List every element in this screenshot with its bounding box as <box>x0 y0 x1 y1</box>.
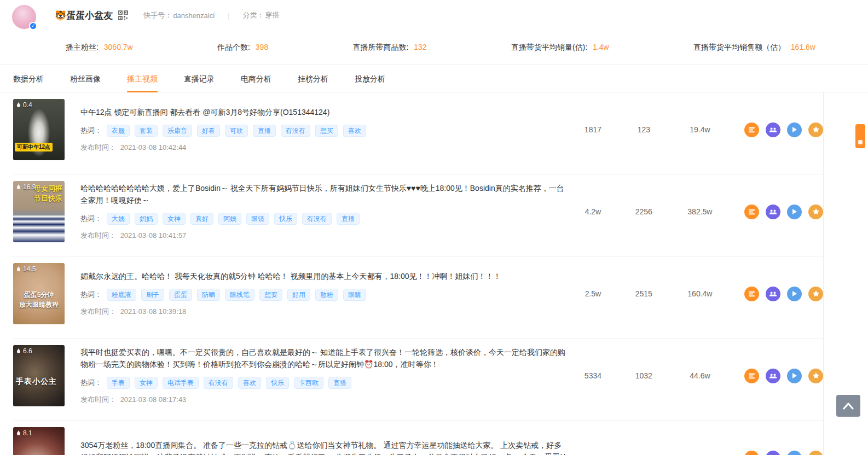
thumbnail-caption: 手表小公主 <box>16 377 57 387</box>
hotword-tag[interactable]: 乐康音 <box>163 125 192 137</box>
hotword-tag[interactable]: 卡西欧 <box>294 377 323 389</box>
play-video-button[interactable] <box>787 205 802 219</box>
hotword-tag[interactable]: 快乐 <box>274 213 297 225</box>
hotword-tag[interactable]: 想要 <box>259 289 282 301</box>
avatar[interactable]: ✓ <box>12 5 36 29</box>
tab-1[interactable]: 粉丝画像 <box>70 65 101 92</box>
hotword-tag[interactable]: 眼镜 <box>246 213 269 225</box>
play-video-button[interactable] <box>787 451 802 455</box>
tab-2[interactable]: 播主视频 <box>127 65 158 92</box>
favorite-button[interactable] <box>808 122 823 137</box>
tab-0[interactable]: 数据分析 <box>13 65 44 92</box>
video-thumbnail[interactable]: 6.6 手表小公主 <box>13 345 65 406</box>
data-detail-button[interactable] <box>744 369 759 383</box>
publish-time-row: 发布时间： 2021-03-08 10:41:57 <box>80 231 568 241</box>
fans-analysis-button[interactable] <box>766 205 780 219</box>
hotword-tag[interactable]: 直播 <box>337 213 360 225</box>
hotword-tag[interactable]: 喜欢 <box>343 125 366 137</box>
hotwords-row: 热词： 大姨妈妈女神真好阿姨眼镜快乐有没有直播 <box>80 213 568 225</box>
hotword-tag[interactable]: 想买 <box>315 125 338 137</box>
video-thumbnail[interactable]: 16.9 母女同框 节日快乐 <box>13 181 65 242</box>
favorite-button[interactable] <box>808 287 823 301</box>
hotword-tag[interactable]: 直播 <box>328 377 351 389</box>
publish-time-value: 2021-03-08 10:42:44 <box>120 143 187 151</box>
video-row: 8.1 3054万老粉丝，18:00直播间集合。 准备了一些一克拉的钻戒💍送给你… <box>13 421 823 455</box>
hotword-tag[interactable]: 有没有 <box>281 125 310 137</box>
hotword-tag[interactable]: 散粉 <box>315 289 338 301</box>
favorite-button[interactable] <box>808 451 823 455</box>
row-actions <box>744 369 823 383</box>
hotword-tag[interactable]: 防晒 <box>197 289 220 301</box>
stat-comments: 2515 <box>618 289 669 298</box>
hotword-tag[interactable]: 有没有 <box>302 213 332 225</box>
hotword-tag[interactable]: 粉底液 <box>107 289 136 301</box>
stat-label: 作品个数: <box>217 43 250 51</box>
data-detail-button[interactable] <box>744 122 759 137</box>
fans-analysis-button[interactable] <box>766 122 780 137</box>
hotword-tag[interactable]: 女神 <box>163 213 186 225</box>
hotword-tag[interactable]: 喜欢 <box>238 377 261 389</box>
hotword-tag[interactable]: 衣服 <box>107 125 130 137</box>
hotword-tag[interactable]: 妈妈 <box>135 213 158 225</box>
favorite-button[interactable] <box>808 369 823 383</box>
play-video-button[interactable] <box>787 287 802 301</box>
stat-comments: 2256 <box>618 207 669 216</box>
video-title[interactable]: 我平时也挺爱买表的，嘿嘿。不一定买很贵的，自己喜欢就是最好的～ 知道能上手表了很… <box>80 347 568 370</box>
tab-5[interactable]: 挂榜分析 <box>298 65 328 92</box>
kuaishou-id: 快手号： danshenzaici | 分类： 穿搭 <box>143 10 279 20</box>
video-title[interactable]: 中午12点 锁定可新直播间 都去看看 @可新3月8号好物分享(O15134412… <box>80 107 568 119</box>
publish-time-label: 发布时间： <box>80 143 116 151</box>
stat-followers: 播主粉丝: 3060.7w <box>66 43 133 52</box>
tab-4[interactable]: 电商分析 <box>241 65 271 92</box>
fans-analysis-button[interactable] <box>766 369 780 383</box>
data-detail-button[interactable] <box>744 205 759 219</box>
side-panel-toggle[interactable] <box>855 124 865 148</box>
thumbnail-caption: 母女同框 节日快乐 <box>34 184 62 203</box>
publish-time-label: 发布时间： <box>80 307 116 316</box>
data-detail-button[interactable] <box>744 287 759 301</box>
hotword-tag[interactable]: 女神 <box>135 377 158 389</box>
video-title[interactable]: 媚戴尔永远的王。哈哈哈！ 我每天化妆真的就5分钟 哈哈哈！ 视频里用的基本上今天… <box>80 271 568 283</box>
data-detail-button[interactable] <box>744 451 759 455</box>
hotword-tag[interactable]: 套装 <box>135 125 158 137</box>
hotword-tag[interactable]: 眼睛 <box>343 289 366 301</box>
video-thumbnail[interactable]: 8.1 <box>13 427 65 455</box>
hotword-tag[interactable]: 蛋蛋 <box>169 289 192 301</box>
back-to-top-button[interactable] <box>836 395 860 417</box>
hotword-tag[interactable]: 眼线笔 <box>225 289 254 301</box>
hotword-tag[interactable]: 刷子 <box>141 289 164 301</box>
video-title[interactable]: 哈哈哈哈哈哈哈哈哈大姨，爱上了Bosidin～ 祝全天下所有妈妈节日快乐，所有姐… <box>80 183 568 206</box>
video-thumbnail[interactable]: 14.5 蛋蛋5分钟 放大眼睛教程 <box>13 263 65 324</box>
publish-time-row: 发布时间： 2021-03-08 10:42:44 <box>80 143 568 153</box>
hotword-tag[interactable]: 阿姨 <box>218 213 241 225</box>
profile-header: ✓ 🐯蛋蛋小盆友 快手号： danshenzaici | 分类： 穿搭 <box>0 0 868 31</box>
hotword-tag[interactable]: 电话手表 <box>163 377 199 389</box>
heat-badge: 0.4 <box>16 101 32 109</box>
hotword-tag[interactable]: 好看 <box>197 125 220 137</box>
hotword-tag[interactable]: 大姨 <box>107 213 130 225</box>
fans-analysis-button[interactable] <box>766 451 780 455</box>
hotword-tags: 手表女神电话手表有没有喜欢快乐卡西欧直播 <box>107 377 351 389</box>
tab-3[interactable]: 直播记录 <box>184 65 215 92</box>
qr-code-icon[interactable] <box>118 10 128 20</box>
video-thumbnail[interactable]: 0.4 可新中午12点 <box>13 99 65 160</box>
category-value: 穿搭 <box>265 10 280 20</box>
play-video-button[interactable] <box>787 369 802 383</box>
tab-6[interactable]: 投放分析 <box>355 65 385 92</box>
play-video-button[interactable] <box>787 122 802 137</box>
heat-value: 8.1 <box>23 429 32 437</box>
hotword-tag[interactable]: 好用 <box>287 289 310 301</box>
fans-analysis-button[interactable] <box>766 287 780 301</box>
hotword-tag[interactable]: 真好 <box>190 213 213 225</box>
thumbnail-caption: 蛋蛋5分钟 放大眼睛教程 <box>15 290 63 310</box>
hotword-tag[interactable]: 有没有 <box>204 377 233 389</box>
favorite-button[interactable] <box>808 205 823 219</box>
hotword-tag[interactable]: 直播 <box>253 125 276 137</box>
hotword-tag[interactable]: 手表 <box>107 377 130 389</box>
hotword-tag[interactable]: 可欣 <box>225 125 248 137</box>
video-title[interactable]: 3054万老粉丝，18:00直播间集合。 准备了一些一克拉的钻戒💍送给你们当女神… <box>80 440 568 455</box>
user-group-icon <box>769 290 777 298</box>
heat-value: 0.4 <box>23 101 32 109</box>
hotword-tag[interactable]: 快乐 <box>266 377 289 389</box>
hotwords-row: 热词： 衣服套装乐康音好看可欣直播有没有想买喜欢 <box>80 125 568 137</box>
